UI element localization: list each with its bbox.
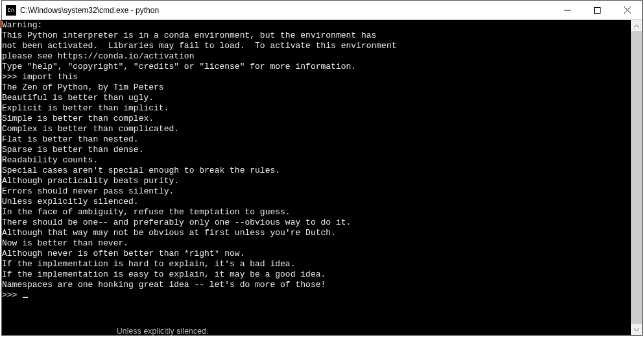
scroll-track[interactable]	[631, 31, 642, 324]
svg-rect-1	[595, 7, 601, 13]
prompt-text: >>>	[2, 290, 22, 300]
scroll-thumb[interactable]	[631, 31, 642, 324]
terminal-line: Now is better than never.	[2, 238, 631, 249]
terminal-line: Readability counts.	[2, 155, 631, 166]
terminal-line: Errors should never pass silently.	[2, 186, 631, 197]
titlebar[interactable]: C:\ C:\Windows\system32\cmd.exe - python	[2, 1, 642, 20]
minimize-button[interactable]	[553, 1, 582, 19]
terminal-line: The Zen of Python, by Tim Peters	[2, 82, 631, 93]
terminal-line: Flat is better than nested.	[2, 134, 631, 145]
terminal-line: not been activated. Libraries may fail t…	[2, 41, 631, 51]
cmd-window: C:\ C:\Windows\system32\cmd.exe - python…	[1, 0, 643, 336]
maximize-button[interactable]	[582, 1, 612, 19]
vertical-scrollbar[interactable]	[631, 20, 642, 335]
terminal-line: please see https://conda.io/activation	[2, 51, 631, 62]
terminal-line: Special cases aren't special enough to b…	[2, 166, 631, 176]
scroll-up-button[interactable]	[631, 20, 642, 31]
terminal-line: Warning:	[2, 20, 631, 31]
cursor	[23, 297, 28, 298]
close-icon	[624, 6, 631, 14]
minimize-icon	[564, 7, 571, 14]
terminal-line: In the face of ambiguity, refuse the tem…	[2, 207, 631, 218]
terminal-line: >>> import this	[2, 72, 631, 82]
terminal-line: Sparse is better than dense.	[2, 145, 631, 155]
terminal-line: Explicit is better than implicit.	[2, 103, 631, 114]
scroll-down-button[interactable]	[631, 324, 642, 335]
close-button[interactable]	[612, 1, 642, 19]
chevron-up-icon	[634, 25, 639, 27]
terminal-line: Namespaces are one honking great idea --…	[2, 280, 631, 290]
cmd-icon: C:\	[6, 5, 16, 16]
terminal-line: Type "help", "copyright", "credits" or "…	[2, 62, 631, 72]
terminal-line: Although never is often better than *rig…	[2, 249, 631, 259]
terminal-line: If the implementation is hard to explain…	[2, 259, 631, 269]
terminal-line: This Python interpreter is in a conda en…	[2, 31, 631, 41]
background-ghost-text: Unless explicitly silenced.	[117, 327, 208, 336]
content-area: Warning:This Python interpreter is in a …	[2, 20, 642, 335]
cmd-icon-label: C:\	[7, 8, 14, 13]
window-title: C:\Windows\system32\cmd.exe - python	[20, 6, 553, 15]
terminal-line: Complex is better than complicated.	[2, 124, 631, 134]
terminal-line: If the implementation is easy to explain…	[2, 269, 631, 280]
chevron-down-icon	[634, 329, 639, 331]
terminal-line: Although that way may not be obvious at …	[2, 228, 631, 238]
terminal-output[interactable]: Warning:This Python interpreter is in a …	[2, 20, 631, 335]
maximize-icon	[594, 7, 601, 14]
terminal-line: Unless explicitly silenced.	[2, 197, 631, 207]
window-controls	[553, 1, 642, 19]
terminal-line: There should be one-- and preferably onl…	[2, 218, 631, 228]
terminal-line: Although practicality beats purity.	[2, 176, 631, 186]
terminal-line: Beautiful is better than ugly.	[2, 93, 631, 103]
terminal-line: Simple is better than complex.	[2, 114, 631, 124]
terminal-prompt[interactable]: >>>	[2, 290, 631, 301]
